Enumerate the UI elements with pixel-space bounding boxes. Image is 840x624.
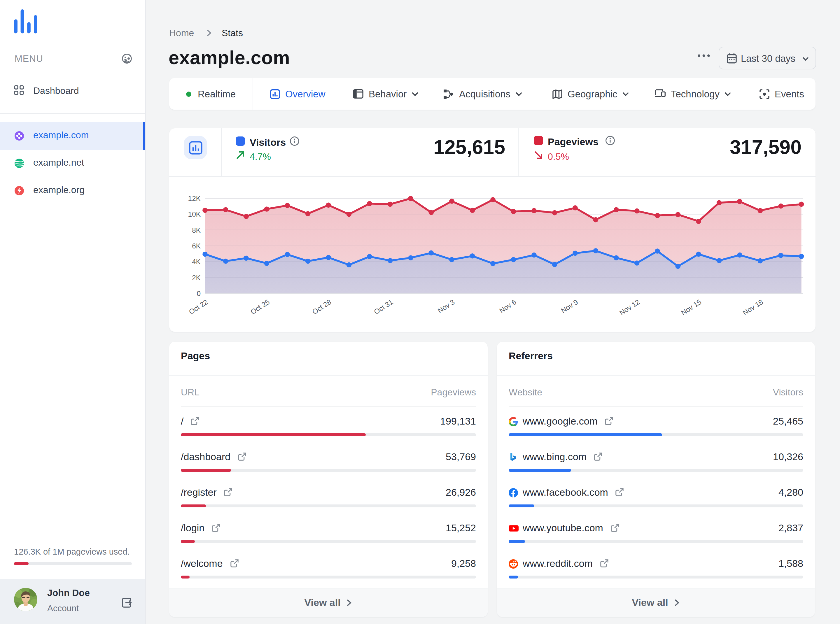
svg-text:Oct 25: Oct 25	[249, 298, 271, 316]
svg-text:12K: 12K	[188, 195, 201, 202]
svg-text:Nov 9: Nov 9	[560, 298, 580, 315]
svg-text:Oct 22: Oct 22	[187, 298, 209, 316]
svg-text:4K: 4K	[192, 258, 201, 266]
svg-text:2K: 2K	[192, 274, 201, 282]
svg-text:Nov 3: Nov 3	[436, 298, 456, 315]
svg-text:Oct 28: Oct 28	[311, 298, 333, 316]
svg-text:0: 0	[196, 290, 201, 297]
svg-text:8K: 8K	[192, 226, 201, 234]
svg-text:Nov 15: Nov 15	[679, 298, 703, 317]
svg-text:Nov 6: Nov 6	[498, 298, 518, 315]
svg-text:Nov 18: Nov 18	[741, 298, 765, 317]
svg-text:6K: 6K	[192, 242, 201, 250]
svg-text:Oct 31: Oct 31	[373, 298, 394, 316]
svg-text:10K: 10K	[188, 210, 201, 218]
svg-text:Nov 12: Nov 12	[618, 298, 641, 317]
